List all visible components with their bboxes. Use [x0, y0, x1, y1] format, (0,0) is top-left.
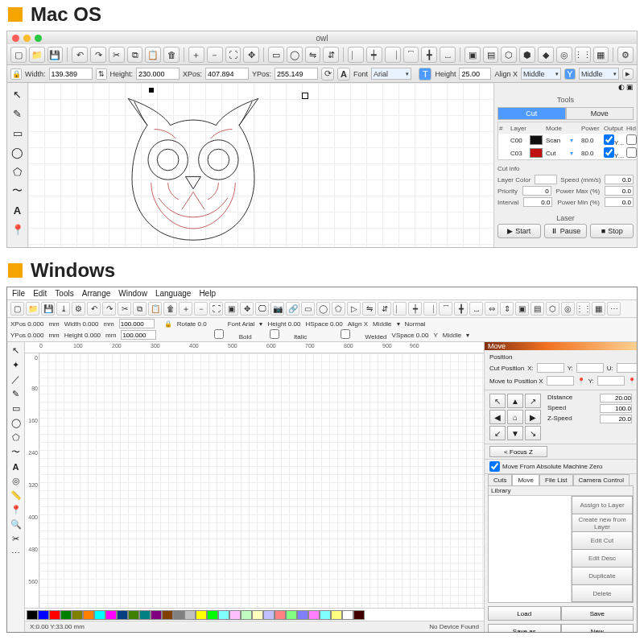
- redo-icon[interactable]: ↷: [90, 47, 106, 63]
- mirror-v-icon[interactable]: ⇵: [378, 302, 391, 316]
- layer-power[interactable]: 80.0: [580, 150, 603, 157]
- crop-tool-icon[interactable]: ✂: [9, 532, 23, 546]
- pause-button[interactable]: ⏸Pause: [544, 224, 588, 238]
- layer-row[interactable]: C00 Scan ▾ 80.0 Yes: [498, 134, 637, 147]
- align-left-icon[interactable]: ⎸: [348, 47, 364, 63]
- align-right-icon[interactable]: ⎹: [385, 47, 401, 63]
- palette-swatch[interactable]: [139, 610, 151, 620]
- aligny-select[interactable]: Middle: [579, 68, 619, 80]
- mirror-h-icon[interactable]: ⇋: [362, 302, 376, 316]
- curve-tool-icon[interactable]: 〜: [9, 445, 23, 459]
- edit-cut-button[interactable]: Edit Cut: [572, 531, 633, 549]
- zoom-in-icon[interactable]: ＋: [179, 302, 192, 316]
- pen-tool-icon[interactable]: ✎: [9, 387, 23, 401]
- panel-expand-icon[interactable]: ▣: [626, 83, 634, 94]
- palette-swatch[interactable]: [207, 610, 218, 620]
- tab-filelist[interactable]: File List: [539, 474, 573, 485]
- scale-input-2[interactable]: [121, 330, 156, 340]
- palette-swatch[interactable]: [218, 610, 229, 620]
- new-file-icon[interactable]: ▢: [10, 47, 27, 63]
- bool-icon[interactable]: ⬡: [546, 302, 559, 316]
- font-select[interactable]: Arial: [371, 68, 411, 80]
- moveto-x-input[interactable]: [547, 376, 574, 386]
- layer-output-check[interactable]: [604, 147, 614, 158]
- palette-swatch[interactable]: [229, 610, 241, 620]
- palette-swatch[interactable]: [117, 610, 128, 620]
- layer-row[interactable]: C03 Cut ▾ 80.0 Yes: [498, 147, 637, 159]
- palette-swatch[interactable]: [263, 610, 275, 620]
- bold-check[interactable]: [201, 329, 237, 339]
- palette-swatch[interactable]: [162, 610, 173, 620]
- jog-se-icon[interactable]: ↘: [525, 426, 541, 440]
- align-center-icon[interactable]: ┿: [366, 47, 382, 63]
- undo-icon[interactable]: ↶: [87, 302, 101, 316]
- assign-layer-button[interactable]: Assign to Layer: [572, 496, 633, 514]
- zoom-out-icon[interactable]: －: [194, 302, 208, 316]
- distance-input[interactable]: [600, 394, 632, 402]
- interval-input[interactable]: [523, 197, 552, 207]
- bool-subtract-icon[interactable]: ⬢: [519, 47, 535, 63]
- zoom-frame-icon[interactable]: ⛶: [209, 302, 223, 316]
- cutpos-u-input[interactable]: [617, 363, 637, 373]
- text-height-icon[interactable]: T: [419, 68, 431, 80]
- layer-hide-check[interactable]: [626, 147, 637, 158]
- tab-cuts[interactable]: Cuts: [488, 474, 512, 485]
- array-icon[interactable]: ⋮⋮: [575, 47, 591, 63]
- weld-icon[interactable]: ⬡: [501, 47, 517, 63]
- palette-swatch[interactable]: [83, 610, 94, 620]
- palette-swatch[interactable]: [275, 610, 286, 620]
- paste-icon[interactable]: 📋: [145, 47, 161, 63]
- delete-icon[interactable]: 🗑: [163, 302, 177, 316]
- load-button[interactable]: Load: [488, 606, 561, 621]
- normal-label[interactable]: Normal: [405, 320, 426, 328]
- align-mid-icon[interactable]: ╋: [454, 302, 468, 316]
- palette-swatch[interactable]: [184, 610, 196, 620]
- pmin-input[interactable]: [605, 197, 634, 207]
- save-icon[interactable]: 💾: [41, 302, 55, 316]
- lock-icon[interactable]: 🔒: [10, 68, 22, 80]
- group-icon[interactable]: ▣: [464, 47, 481, 63]
- align-center-icon[interactable]: ┿: [408, 302, 422, 316]
- tab-camera[interactable]: Camera Control: [573, 474, 630, 485]
- canvas[interactable]: [28, 83, 493, 247]
- polygon-tool-icon[interactable]: ⬠: [9, 431, 23, 444]
- tab-cut[interactable]: Cut: [497, 107, 566, 120]
- curve-tool-icon[interactable]: 〜: [10, 183, 26, 199]
- camera-icon[interactable]: 📷: [270, 302, 284, 316]
- text-icon[interactable]: A: [337, 68, 350, 80]
- select-tool-icon[interactable]: ↖: [9, 344, 23, 357]
- palette-swatch[interactable]: [151, 610, 162, 620]
- speed-input[interactable]: [605, 175, 634, 184]
- text-height-input[interactable]: [459, 68, 491, 80]
- palette-swatch[interactable]: [308, 610, 320, 620]
- rotate-icon[interactable]: ⟳: [321, 68, 334, 80]
- layer-color-swatch[interactable]: [530, 135, 543, 145]
- select-tool-icon[interactable]: ↖: [10, 86, 26, 102]
- palette-swatch[interactable]: [297, 610, 308, 620]
- zoom-sel-icon[interactable]: ▣: [225, 302, 238, 316]
- align-bottom-icon[interactable]: ⎵: [440, 47, 456, 63]
- ypos-input[interactable]: [275, 68, 318, 80]
- cutpos-x-input[interactable]: [537, 363, 564, 373]
- alignx-select[interactable]: Middle: [521, 68, 561, 80]
- zoom-tool-icon[interactable]: 🔍: [9, 518, 23, 531]
- nest-icon[interactable]: ▦: [592, 302, 605, 316]
- layer-hide-check[interactable]: [626, 134, 637, 145]
- palette-swatch[interactable]: [196, 610, 207, 620]
- cut-icon[interactable]: ✂: [118, 302, 131, 316]
- palette-swatch[interactable]: [353, 610, 365, 620]
- redo-icon[interactable]: ↷: [102, 302, 116, 316]
- palette-swatch[interactable]: [252, 610, 263, 620]
- jog-nw-icon[interactable]: ↖: [489, 394, 506, 408]
- library-thumbs[interactable]: [489, 496, 572, 602]
- mirror-v-icon[interactable]: ⇵: [323, 47, 339, 63]
- pen-tool-icon[interactable]: ✎: [10, 105, 26, 122]
- edit-desc-button[interactable]: Edit Desc: [572, 549, 633, 567]
- line-tool-icon[interactable]: ／: [9, 373, 23, 386]
- width-input[interactable]: [49, 68, 93, 80]
- grid-icon[interactable]: ▦: [593, 47, 609, 63]
- draw-poly-icon[interactable]: ⬠: [332, 302, 345, 316]
- draw-circle-icon[interactable]: ◯: [316, 302, 330, 316]
- play-icon[interactable]: ▷: [347, 302, 361, 316]
- marker-tool-icon[interactable]: 📍: [10, 221, 26, 237]
